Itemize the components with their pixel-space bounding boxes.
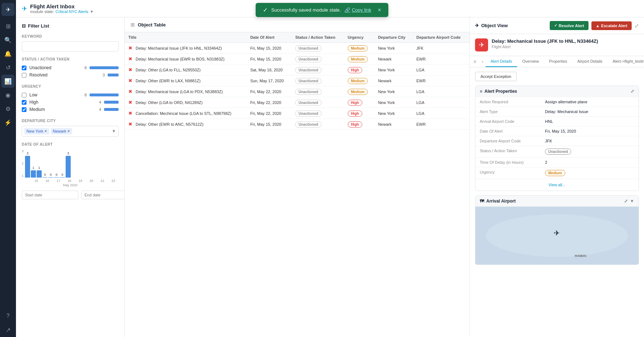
table-row[interactable]: ✖ Delay: Mechanical Issue (LGA to PDX, N… (125, 86, 470, 97)
cell-city: Newark (374, 119, 413, 130)
status-unactioned-bar (90, 66, 119, 69)
view-all-link[interactable]: View all... (475, 179, 639, 191)
chart-bar-15: 3 (25, 156, 30, 178)
nav-icon-lightning[interactable]: ⚡ (1, 116, 15, 129)
cell-urgency: High (344, 108, 375, 119)
status-resolved-row: Resolved 3 (22, 71, 119, 79)
chart-bar-20: 0 (54, 177, 59, 178)
cell-urgency: Medium (344, 75, 375, 86)
arrival-airport-expand-icon[interactable]: ⤢ (624, 199, 628, 204)
arrival-airport-filter-icon[interactable]: ▼ (630, 199, 634, 204)
app-title: Flight Alert Inbox (30, 3, 94, 9)
keyword-input[interactable] (22, 41, 119, 51)
toast-notification: ✓ Successfully saved module state. 🔗 Cop… (256, 3, 388, 17)
nav-icon-bell[interactable]: 🔔 (1, 47, 15, 60)
cell-date: Fri, May 15, 2020 (247, 54, 292, 65)
nav-icon-search[interactable]: 🔍 (1, 33, 15, 46)
nav-icon-app[interactable]: ✈ (1, 3, 15, 16)
copy-link-button[interactable]: 🔗 Copy link (344, 7, 371, 13)
properties-expand-icon[interactable]: ⤢ (631, 89, 634, 94)
start-date-input[interactable] (22, 191, 78, 199)
alert-tabs: ≡ ‹ Alert Details Overview Properties Ai… (470, 56, 644, 67)
date-chart: 3 2 1 3 1 1 (22, 149, 119, 187)
chart-bars: 3 1 1 0 0 (25, 149, 71, 178)
tab-overview[interactable]: Overview (517, 56, 544, 67)
nav-icon-help[interactable]: ? (1, 309, 15, 323)
departure-city-label: DEPARTURE CITY (22, 119, 119, 123)
tab-flight-testing[interactable]: Alert->flight_testing (607, 56, 644, 67)
cell-city: New York (374, 65, 413, 75)
cell-city: New York (374, 108, 413, 119)
nav-icon-export[interactable]: ↗ (1, 323, 15, 336)
object-panel-title: ✈ Object View (475, 23, 508, 28)
status-unactioned-checkbox[interactable] (22, 66, 26, 70)
tag-newark-remove[interactable]: × (67, 129, 70, 134)
tab-prev-icon[interactable]: ‹ (480, 56, 486, 67)
alert-table: Title Date Of Alert Status / Action Take… (125, 32, 470, 130)
cell-airport: LGA (413, 86, 470, 97)
cell-title: ✖ Delay: Mechanical Issue (LGA to PDX, N… (125, 86, 247, 97)
table-row[interactable]: ✖ Delay: Other (EWR to LAX, N9881Z) Sun,… (125, 75, 470, 86)
cell-title: ✖ Delay: Mechanical Issue (EWR to BOS, N… (125, 54, 247, 65)
prop-alert-type: Alert Type Delay: Mechanical Issue (475, 107, 639, 116)
alert-properties-header: ≡ Alert Properties ⤢ (475, 86, 639, 97)
col-status: Status / Action Taken (292, 32, 344, 43)
status-resolved-checkbox[interactable] (22, 73, 26, 78)
urgency-low-label: Low (29, 92, 80, 97)
filter-icon: ⊟ (22, 23, 26, 29)
cell-city: Newark (374, 75, 413, 86)
nav-icon-history[interactable]: ↺ (1, 61, 15, 74)
nav-icon-chart[interactable]: 📊 (1, 75, 15, 88)
urgency-low-checkbox[interactable] (22, 93, 26, 97)
expand-panel-button[interactable]: ⤢ (635, 23, 639, 29)
nav-icon-settings[interactable]: ⚙ (1, 102, 15, 115)
urgency-high-checkbox[interactable] (22, 100, 26, 105)
departure-city-section: DEPARTURE CITY New York × Newark × ▼ (22, 119, 119, 137)
table-row[interactable]: ✖ Delay: Other (LGA to FLL, N29550Z) Sat… (125, 65, 470, 75)
prop-action-required: Action Required Assign alternative plane (475, 97, 639, 107)
status-badge: Unactioned (545, 149, 571, 155)
row-alert-icon: ✖ (128, 78, 132, 83)
nav-icon-grid[interactable]: ◉ (1, 88, 15, 101)
chevron-down-icon[interactable]: ▼ (90, 9, 94, 14)
cell-date: Fri, May 15, 2020 (247, 43, 292, 54)
cell-date: Fri, May 22, 2020 (247, 86, 292, 97)
table-row[interactable]: ✖ Delay: Mechanical Issue (EWR to BOS, N… (125, 54, 470, 65)
alert-detail-subtitle: Flight Alert (492, 45, 598, 49)
col-urgency: Urgency (344, 32, 375, 43)
tab-menu-icon[interactable]: ≡ (470, 56, 480, 67)
accept-exception-button[interactable]: Accept Exception (475, 72, 517, 81)
tab-properties[interactable]: Properties (544, 56, 572, 67)
nav-icon-home[interactable]: ⊞ (1, 20, 15, 33)
tags-dropdown-arrow[interactable]: ▼ (112, 129, 116, 134)
cell-status: Unactioned (292, 65, 344, 75)
table-row[interactable]: ✖ Delay: Mechanical Issue (JFK to HNL, N… (125, 43, 470, 54)
alert-properties-card: ≡ Alert Properties ⤢ Action Required Ass… (475, 86, 639, 191)
table-row[interactable]: ✖ Cancellation: Mechincal Issue (LGA to … (125, 108, 470, 119)
urgency-medium-checkbox[interactable] (22, 107, 26, 112)
cell-status: Unactioned (292, 108, 344, 119)
end-date-input[interactable] (81, 191, 125, 199)
departure-city-input[interactable]: New York × Newark × ▼ (22, 126, 119, 137)
cell-city: Newark (374, 54, 413, 65)
table-row[interactable]: ✖ Delay: Other (EWR to ANC, N57612Z) Fri… (125, 119, 470, 130)
table-row[interactable]: ✖ Delay: Other (LGA to ORD, N41289Z) Fri… (125, 97, 470, 108)
svg-text:HAWAI: HAWAI (575, 254, 586, 258)
row-alert-icon: ✖ (128, 56, 132, 62)
tag-new-york-remove[interactable]: × (44, 129, 47, 134)
toast-close-button[interactable]: × (378, 7, 381, 13)
urgency-low-row: Low 8 (22, 91, 119, 99)
module-state-value[interactable]: Critical NYC Alerts (55, 9, 88, 14)
cell-date: Sun, May 17, 2020 (247, 75, 292, 86)
urgency-section: URGENCY Low 8 High 4 Medium 4 (22, 84, 119, 113)
status-resolved-label: Resolved (29, 72, 98, 78)
tab-airport-details[interactable]: Airport Details (572, 56, 607, 67)
header-plane-icon: ✈ (22, 5, 27, 13)
status-label: STATUS / ACTION TAKEN (22, 57, 119, 61)
resolve-alert-button[interactable]: ✓ Resolve Alert (550, 21, 589, 30)
cell-airport: EWR (413, 119, 470, 130)
tab-alert-details[interactable]: Alert Details (486, 56, 517, 67)
cell-title: ✖ Delay: Other (EWR to LAX, N9881Z) (125, 75, 247, 86)
col-date: Date Of Alert (247, 32, 292, 43)
escalate-alert-button[interactable]: ▲ Escalate Alert (591, 21, 632, 30)
